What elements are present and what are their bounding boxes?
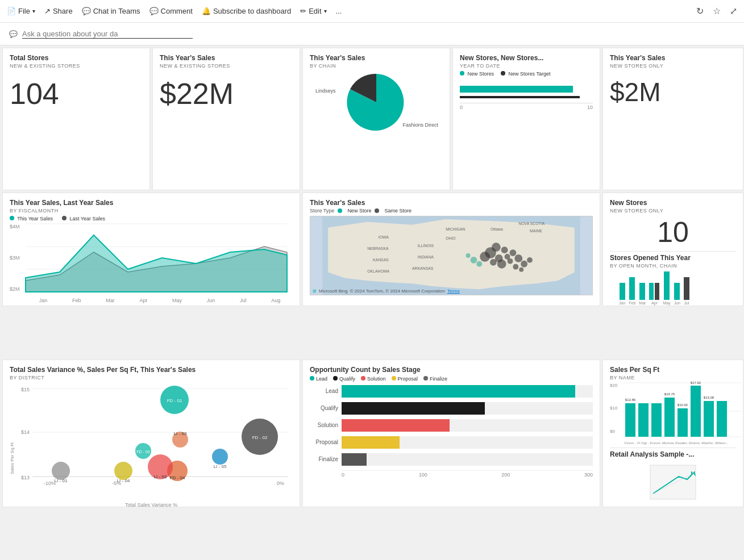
total-stores-title: Total Stores [10,54,143,62]
svg-text:Pasden...: Pasden... [675,441,690,445]
sob-bar-may-teal [664,271,670,300]
line-chart-svg [26,224,300,292]
qa-field[interactable] [22,30,193,39]
svg-rect-81 [717,401,727,437]
svg-point-22 [513,264,518,270]
ytd-bar-container: 0 10 [460,86,593,110]
sales-by-chain-card[interactable]: This Year's Sales BY CHAIN Lindseys Fash… [302,48,450,190]
qa-icon: 💬 [9,30,18,38]
bar-track-proposal [342,436,593,449]
comment-button[interactable]: 💬 Comment [149,7,193,15]
line-chart-card[interactable]: This Year Sales, Last Year Sales BY FISC… [2,193,300,306]
bar-track-solution [342,419,593,432]
bubble-svg: $15 $14 $13 -10% -5% 0% FD - 01 FD - [21,383,300,494]
stores-opened-subtitle: BY OPEN MONTH, CHAIN [610,263,736,269]
fullscreen-icon[interactable]: ⤢ [730,6,737,16]
sales-sqft-subtitle: BY NAME [610,375,736,381]
ytd-bar-target [460,96,580,98]
sales-new-stores-title: This Year's Sales [610,54,736,62]
svg-point-24 [519,268,523,272]
retail-thumbnail[interactable] [610,459,736,505]
sob-bar-jun-teal [674,283,680,300]
more-button[interactable]: ... [336,7,342,15]
legend-this-year: This Year Sales [10,216,53,222]
new-stores-ytd-card[interactable]: New Stores, New Stores... YEAR TO DATE N… [452,48,600,190]
opp-legend-solution: Solution [361,376,386,382]
legend-dot-this-year [10,216,14,220]
svg-text:LI - 02: LI - 02 [154,474,167,479]
svg-point-18 [514,254,522,262]
bar-row-proposal: Proposal [310,436,593,449]
map-area[interactable]: IOWA NEBRASKA KANSAS OKLAHOMA ILLINOIS I… [310,216,593,295]
svg-point-19 [476,261,482,267]
legend-new-store: New Store [347,208,371,214]
sob-feb: Feb [629,277,635,305]
this-year-sales-card[interactable]: This Year's Sales NEW & EXISTING STORES … [152,48,300,190]
pie-chart-container: Lindseys Fashions Direct [310,71,443,133]
svg-text:MICHIGAN: MICHIGAN [446,227,465,231]
stores-opened-title: Stores Opened This Year [610,254,736,262]
svg-text:Ottawa: Ottawa [491,227,503,231]
chat-in-teams-button[interactable]: 💬 Chat in Teams [82,7,140,15]
pie-label-fashions: Fashions Direct [402,122,438,128]
sales-sqft-chart: $20 $10 $0 $12.86 $14.75 [610,383,736,445]
sqft-y-labels: $20 $10 $0 [610,383,617,434]
map-attribution: ⊞ Microsoft Bing © 2024 TomTom, © 2024 M… [313,289,460,294]
opportunity-legend: Lead Qualify Solution Proposal Finalize [310,376,593,382]
bar-row-solution: Solution [310,419,593,432]
new-stores-card[interactable]: New Stores NEW STORES ONLY 10 Stores Ope… [602,193,743,306]
bar-label-lead: Lead [310,388,338,394]
opportunity-card[interactable]: Opportunity Count by Sales Stage Lead Qu… [302,360,600,507]
legend-last-year: Last Year Sales [62,216,105,222]
map-legend: Store Type New Store Same Store [310,208,593,214]
total-stores-card[interactable]: Total Stores NEW & EXISTING STORES 104 [2,48,150,190]
map-card[interactable]: This Year's Sales Store Type New Store S… [302,193,600,306]
subscribe-icon: 🔔 [202,7,211,15]
svg-text:Sharon...: Sharon... [689,441,703,445]
bar-fill-solution [342,419,450,432]
svg-rect-71 [638,403,649,437]
svg-text:$14.75: $14.75 [664,392,675,396]
svg-text:ILLINOIS: ILLINOIS [418,244,434,248]
opp-legend-qualify: Qualify [333,376,355,382]
sob-bar-mar-teal [639,283,645,300]
line-x-labels: Jan Feb Mar Apr May Jun Jul Aug [27,298,293,303]
svg-text:0%: 0% [277,480,284,486]
svg-text:NOVA SCOTIA: NOVA SCOTIA [518,222,545,225]
refresh-icon[interactable]: ↻ [696,6,704,16]
file-menu[interactable]: 📄 File ▾ [7,7,35,15]
favorite-icon[interactable]: ☆ [713,6,721,16]
svg-text:OHIO: OHIO [446,237,456,241]
store-type-label: Store Type [310,208,334,214]
stores-opened-chart: Jan Feb Mar Apr [610,271,736,306]
qa-input[interactable] [22,30,118,38]
share-button[interactable]: ↗ Share [44,7,73,15]
this-year-sales-subtitle: NEW & EXISTING STORES [160,63,293,69]
sales-sqft-card[interactable]: Sales Per Sq Ft BY NAME $20 $10 $0 $12.8… [602,360,743,507]
sales-by-chain-subtitle: BY CHAIN [310,63,443,69]
sales-by-chain-title: This Year's Sales [310,54,443,62]
total-stores-subtitle: NEW & EXISTING STORES [10,63,143,69]
legend-target: New Stores Target [501,71,550,77]
opp-legend-lead: Lead [310,376,327,382]
sob-mar: Mar [639,283,646,305]
bar-row-qualify: Qualify [310,402,593,415]
sales-new-stores-card[interactable]: This Year's Sales NEW STORES ONLY $2M [602,48,743,190]
bar-fill-qualify [342,402,485,415]
subscribe-button[interactable]: 🔔 Subscribe to dashboard [202,7,291,15]
bubble-chart-card[interactable]: Total Sales Variance %, Sales Per Sq Ft,… [2,360,300,507]
retail-analysis-title: Retail Analysis Sample -... [610,450,736,458]
svg-text:LI - 04: LI - 04 [117,478,130,483]
svg-text:FD - 04: FD - 04 [170,475,185,480]
svg-point-9 [501,247,508,254]
svg-text:$14: $14 [21,429,30,435]
line-chart-subtitle: BY FISCALMONTH [10,208,293,214]
bubble-chart-subtitle: BY DISTRICT [10,375,293,381]
edit-button[interactable]: ✏ Edit ▾ [300,7,326,15]
opp-x-axis: 0 100 200 300 [342,470,593,478]
bar-track-lead [342,385,593,398]
file-icon: 📄 [7,7,16,15]
svg-text:INDIANA: INDIANA [418,255,434,259]
sob-may: May [663,271,670,305]
line-legend: This Year Sales Last Year Sales [10,216,293,222]
